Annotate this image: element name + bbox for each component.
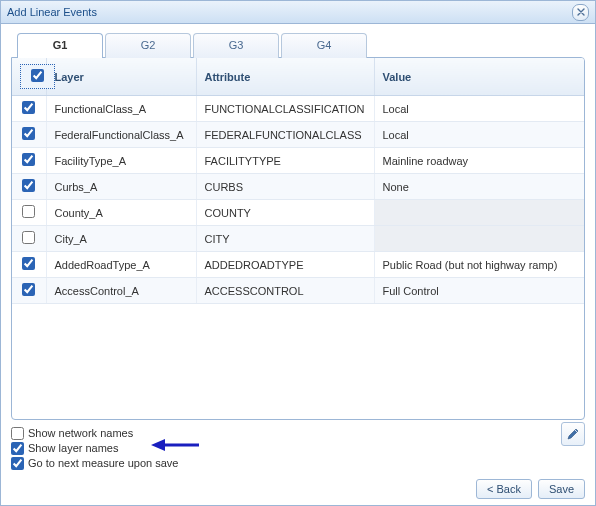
- row-checkbox-cell: [12, 96, 46, 122]
- row-value[interactable]: Local: [374, 122, 584, 148]
- row-value[interactable]: Public Road (but not highway ramp): [374, 252, 584, 278]
- close-icon: [577, 8, 585, 16]
- window-title: Add Linear Events: [7, 6, 572, 18]
- select-all-checkbox[interactable]: [31, 69, 44, 82]
- tab-g3[interactable]: G3: [193, 33, 279, 58]
- row-layer: FunctionalClass_A: [46, 96, 196, 122]
- row-checkbox[interactable]: [22, 127, 35, 140]
- show-layer-names-label[interactable]: Show layer names: [28, 441, 119, 456]
- table-row: AddedRoadType_AADDEDROADTYPEPublic Road …: [12, 252, 584, 278]
- row-checkbox[interactable]: [22, 101, 35, 114]
- save-button[interactable]: Save: [538, 479, 585, 499]
- edit-button[interactable]: [561, 422, 585, 446]
- row-attribute: FEDERALFUNCTIONALCLASS: [196, 122, 374, 148]
- row-layer: FacilityType_A: [46, 148, 196, 174]
- tab-g4[interactable]: G4: [281, 33, 367, 58]
- row-layer: City_A: [46, 226, 196, 252]
- row-attribute: ADDEDROADTYPE: [196, 252, 374, 278]
- go-to-next-measure-checkbox[interactable]: [11, 457, 24, 470]
- tab-panel: Layer Attribute Value FunctionalClass_AF…: [11, 57, 585, 420]
- row-attribute: FUNCTIONALCLASSIFICATION: [196, 96, 374, 122]
- column-header-attribute[interactable]: Attribute: [196, 58, 374, 96]
- row-layer: AccessControl_A: [46, 278, 196, 304]
- row-checkbox-cell: [12, 200, 46, 226]
- row-value[interactable]: Full Control: [374, 278, 584, 304]
- button-bar: < Back Save: [11, 471, 585, 499]
- add-linear-events-window: Add Linear Events G1 G2 G3 G4: [0, 0, 596, 506]
- row-checkbox-cell: [12, 174, 46, 200]
- table-row: Curbs_ACURBSNone: [12, 174, 584, 200]
- row-checkbox-cell: [12, 122, 46, 148]
- row-value[interactable]: Mainline roadway: [374, 148, 584, 174]
- show-network-names-label[interactable]: Show network names: [28, 426, 133, 441]
- table-row: County_ACOUNTY: [12, 200, 584, 226]
- row-checkbox-cell: [12, 278, 46, 304]
- row-value[interactable]: Local: [374, 96, 584, 122]
- row-checkbox[interactable]: [22, 179, 35, 192]
- row-value[interactable]: [374, 226, 584, 252]
- row-attribute: CURBS: [196, 174, 374, 200]
- row-attribute: FACILITYTYPE: [196, 148, 374, 174]
- row-value[interactable]: [374, 200, 584, 226]
- row-attribute: CITY: [196, 226, 374, 252]
- events-grid: Layer Attribute Value FunctionalClass_AF…: [12, 58, 584, 304]
- go-to-next-measure-label[interactable]: Go to next measure upon save: [28, 456, 178, 471]
- show-network-names-checkbox[interactable]: [11, 427, 24, 440]
- row-checkbox-cell: [12, 252, 46, 278]
- column-header-layer[interactable]: Layer: [46, 58, 196, 96]
- column-header-value[interactable]: Value: [374, 58, 584, 96]
- row-layer: County_A: [46, 200, 196, 226]
- row-checkbox[interactable]: [22, 257, 35, 270]
- row-layer: Curbs_A: [46, 174, 196, 200]
- table-row: City_ACITY: [12, 226, 584, 252]
- row-checkbox[interactable]: [22, 205, 35, 218]
- row-checkbox-cell: [12, 226, 46, 252]
- row-attribute: COUNTY: [196, 200, 374, 226]
- close-button[interactable]: [572, 4, 589, 21]
- footer-options: Show network names Show layer names Go t…: [11, 420, 585, 471]
- row-layer: AddedRoadType_A: [46, 252, 196, 278]
- table-row: FacilityType_AFACILITYTYPEMainline roadw…: [12, 148, 584, 174]
- back-button[interactable]: < Back: [476, 479, 532, 499]
- row-checkbox[interactable]: [22, 231, 35, 244]
- table-row: AccessControl_AACCESSCONTROLFull Control: [12, 278, 584, 304]
- pencil-icon: [566, 427, 580, 441]
- row-checkbox-cell: [12, 148, 46, 174]
- header-checkbox-cell: [12, 58, 46, 96]
- table-row: FederalFunctionalClass_AFEDERALFUNCTIONA…: [12, 122, 584, 148]
- row-value[interactable]: None: [374, 174, 584, 200]
- tab-g2[interactable]: G2: [105, 33, 191, 58]
- row-layer: FederalFunctionalClass_A: [46, 122, 196, 148]
- table-row: FunctionalClass_AFUNCTIONALCLASSIFICATIO…: [12, 96, 584, 122]
- row-checkbox[interactable]: [22, 283, 35, 296]
- titlebar: Add Linear Events: [1, 1, 595, 24]
- row-attribute: ACCESSCONTROL: [196, 278, 374, 304]
- tabstrip: G1 G2 G3 G4: [11, 32, 585, 57]
- show-layer-names-checkbox[interactable]: [11, 442, 24, 455]
- row-checkbox[interactable]: [22, 153, 35, 166]
- tab-g1[interactable]: G1: [17, 33, 103, 58]
